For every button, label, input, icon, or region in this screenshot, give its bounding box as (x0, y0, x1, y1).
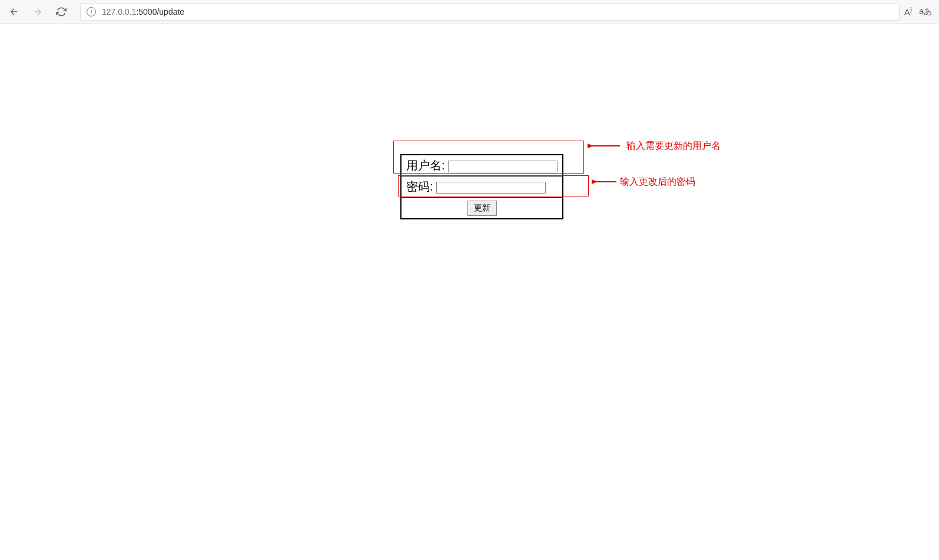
annotation-arrow-1 (588, 140, 623, 152)
password-label: 密码: (406, 180, 433, 193)
browser-toolbar: i 127.0.0.1:5000/update A) aあ (0, 0, 939, 24)
refresh-button[interactable] (52, 2, 71, 21)
read-aloud-icon[interactable]: A) (904, 6, 912, 17)
username-label: 用户名: (406, 159, 445, 172)
password-row: 密码: (401, 176, 563, 198)
update-form-table: 用户名: 密码: 更新 (400, 154, 563, 219)
username-row: 用户名: (401, 155, 563, 176)
translate-icon[interactable]: aあ (919, 6, 932, 17)
annotation-label-username: 输入需要更新的用户名 (626, 140, 721, 152)
toolbar-right: A) aあ (904, 6, 934, 17)
forward-button[interactable] (28, 2, 47, 21)
annotation-label-password: 输入更改后的密码 (620, 176, 695, 188)
address-bar[interactable]: i 127.0.0.1:5000/update (80, 3, 900, 21)
annotation-arrow-2 (592, 176, 618, 188)
page-content: 用户名: 密码: 更新 (0, 24, 939, 560)
password-input[interactable] (436, 182, 546, 194)
arrow-right-icon (32, 6, 43, 17)
url-text: 127.0.0.1:5000/update (102, 7, 184, 16)
back-button[interactable] (5, 2, 24, 21)
username-input[interactable] (448, 161, 558, 172)
info-icon: i (87, 7, 96, 16)
submit-row: 更新 (401, 198, 563, 219)
url-host: 127.0.0.1 (102, 7, 136, 16)
arrow-left-icon (9, 6, 19, 17)
refresh-icon (56, 6, 67, 17)
url-path: :5000/update (136, 7, 184, 16)
update-button[interactable]: 更新 (467, 201, 497, 216)
